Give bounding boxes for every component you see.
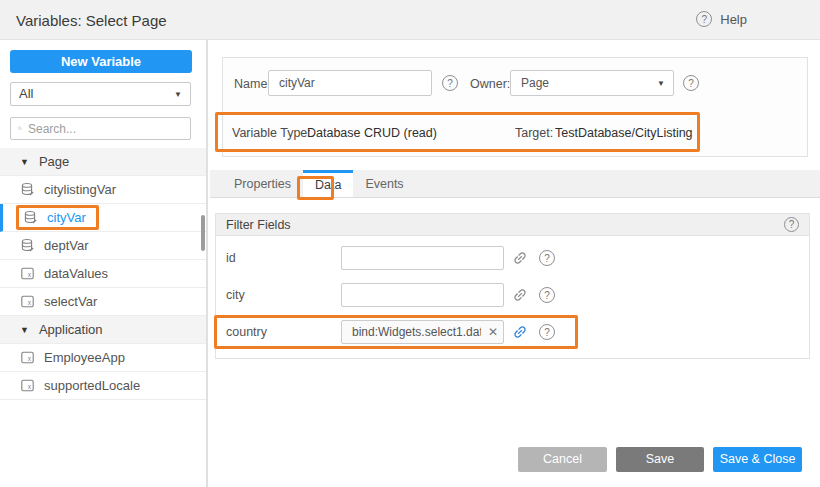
field-label: country	[216, 325, 341, 339]
name-help-icon[interactable]: ?	[442, 75, 458, 91]
clear-binding-icon[interactable]: ✕	[488, 324, 498, 340]
filter-fields-title: Filter Fields	[226, 218, 291, 232]
database-variable-icon	[23, 210, 38, 225]
dialog-header: Variables: Select Page ? Help	[0, 0, 820, 40]
field-help-icon[interactable]: ?	[539, 287, 555, 303]
svg-text:x: x	[28, 355, 32, 362]
filter-row-id: id ?	[216, 246, 809, 270]
help-label: Help	[720, 12, 747, 27]
tree-section-application[interactable]: ▼ Application	[0, 316, 206, 344]
page-title: Variables: Select Page	[16, 12, 167, 29]
sidebar-item-deptvar[interactable]: deptVar	[0, 232, 206, 260]
tree-section-label: Page	[39, 154, 69, 169]
variable-detail-panel: Name: * ? Owner: * Page ▼ ? Variable Typ…	[210, 40, 820, 487]
svg-text:x: x	[28, 299, 32, 306]
filter-row-city: city ?	[216, 283, 809, 307]
field-label: id	[216, 251, 341, 265]
collapse-triangle-icon: ▼	[20, 325, 29, 335]
tree-section-page[interactable]: ▼ Page	[0, 148, 206, 176]
sidebar-item-label: cityVar	[47, 210, 86, 225]
sidebar-item-supportedlocale[interactable]: x supportedLocale	[0, 372, 206, 400]
variable-type-value: Database CRUD (read)	[307, 126, 437, 140]
filter-fields-panel: Filter Fields ? id ? city ?	[215, 213, 810, 359]
sidebar-item-datavalues[interactable]: x dataValues	[0, 260, 206, 288]
bind-link-icon[interactable]	[509, 284, 532, 307]
field-help-icon[interactable]: ?	[539, 250, 555, 266]
chevron-down-icon: ▼	[657, 71, 665, 97]
id-field-input[interactable]	[341, 246, 504, 270]
help-icon: ?	[696, 11, 712, 27]
bind-link-icon-active[interactable]	[509, 321, 532, 344]
variables-sidebar: New Variable All ▼ ▼ Page city	[0, 40, 208, 487]
search-box	[10, 117, 191, 140]
annotation-box-cityvar: cityVar	[16, 205, 99, 230]
database-variable-icon	[20, 238, 35, 253]
save-and-close-button[interactable]: Save & Close	[713, 447, 802, 472]
sidebar-item-label: citylistingVar	[44, 182, 116, 197]
variable-filter-select[interactable]: All ▼	[10, 82, 191, 106]
owner-select[interactable]: Page ▼	[510, 70, 674, 96]
bind-link-icon[interactable]	[509, 247, 532, 270]
detail-tabbar: Properties Data Events	[210, 170, 820, 198]
new-variable-button[interactable]: New Variable	[10, 50, 192, 73]
sidebar-item-label: dataValues	[44, 266, 108, 281]
field-label: city	[216, 288, 341, 302]
save-button[interactable]: Save	[616, 447, 704, 472]
chevron-down-icon: ▼	[174, 83, 182, 107]
country-field-input[interactable]	[341, 320, 504, 344]
tab-events[interactable]: Events	[353, 170, 415, 197]
model-variable-icon: x	[20, 266, 35, 281]
target-value: TestDatabase/CityListing	[555, 126, 693, 140]
svg-text:x: x	[28, 383, 32, 390]
model-variable-icon: x	[20, 350, 35, 365]
tab-properties[interactable]: Properties	[222, 170, 303, 197]
owner-select-value: Page	[521, 76, 549, 90]
filter-fields-header: Filter Fields ?	[216, 214, 809, 236]
database-variable-icon	[20, 182, 35, 197]
tab-data[interactable]: Data	[303, 170, 353, 197]
sidebar-item-selectvar[interactable]: x selectVar	[0, 288, 206, 316]
field-help-icon[interactable]: ?	[539, 324, 555, 340]
sidebar-scrollbar-thumb[interactable]	[201, 215, 205, 251]
city-field-input[interactable]	[341, 283, 504, 307]
owner-help-icon[interactable]: ?	[683, 75, 699, 91]
target-label: Target:	[515, 126, 553, 140]
model-variable-icon: x	[20, 378, 35, 393]
variable-type-label: Variable Type:	[232, 126, 311, 140]
search-input[interactable]	[28, 122, 183, 136]
sidebar-item-label: EmployeeApp	[44, 350, 125, 365]
model-variable-icon: x	[20, 294, 35, 309]
sidebar-item-label: deptVar	[44, 238, 89, 253]
name-input[interactable]	[268, 70, 432, 96]
sidebar-item-cityvar[interactable]: cityVar	[0, 204, 206, 232]
variable-filter-value: All	[19, 86, 33, 101]
tree-section-label: Application	[39, 322, 103, 337]
svg-text:x: x	[28, 271, 32, 278]
filter-fields-help-icon[interactable]: ?	[784, 217, 799, 232]
search-icon	[18, 122, 22, 135]
sidebar-item-label: supportedLocale	[44, 378, 140, 393]
sidebar-item-label: selectVar	[44, 294, 97, 309]
filter-row-country: country ✕ ?	[216, 320, 809, 344]
variables-tree: ▼ Page citylistingVar	[0, 148, 206, 400]
sidebar-item-citylistingvar[interactable]: citylistingVar	[0, 176, 206, 204]
help-button[interactable]: ? Help	[696, 11, 747, 27]
cancel-button[interactable]: Cancel	[518, 447, 607, 472]
sidebar-item-employeeapp[interactable]: x EmployeeApp	[0, 344, 206, 372]
collapse-triangle-icon: ▼	[20, 157, 29, 167]
